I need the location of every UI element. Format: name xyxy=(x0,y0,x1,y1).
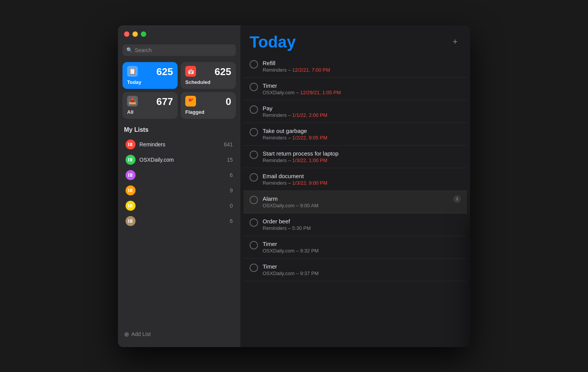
reminder-info-icon[interactable]: ℹ xyxy=(453,195,461,203)
list-icon-4 xyxy=(126,185,136,195)
svg-rect-11 xyxy=(130,161,132,161)
svg-point-12 xyxy=(128,173,129,174)
add-reminder-button[interactable]: + xyxy=(449,36,461,48)
reminder-subtitle: OSXDaily.com – 9:32 PM xyxy=(263,248,461,254)
svg-point-32 xyxy=(128,220,129,221)
scheduled-icon: 📅 xyxy=(185,66,196,77)
svg-point-20 xyxy=(128,190,129,191)
list-item-5[interactable]: 0 xyxy=(122,198,236,213)
reminder-checkbox[interactable] xyxy=(250,151,258,159)
table-row: Pay Reminders – 1/1/22, 2:00 PM xyxy=(243,100,467,123)
table-row: Email document Reminders – 1/3/22, 9:00 … xyxy=(243,168,467,191)
reminder-checkbox[interactable] xyxy=(250,196,258,204)
all-icon: 📥 xyxy=(127,96,138,107)
smart-card-top-flagged: 🚩 0 xyxy=(185,96,231,108)
list-count-4: 9 xyxy=(230,187,233,193)
reminder-title: Pay xyxy=(263,105,461,111)
smart-list-all[interactable]: 📥 677 All xyxy=(122,92,178,119)
reminder-date: 9:00 AM xyxy=(300,203,318,208)
svg-rect-5 xyxy=(130,145,132,146)
reminder-date: 9:37 PM xyxy=(300,270,318,276)
svg-point-10 xyxy=(128,160,129,161)
reminder-date: 1/3/22, 1:00 PM xyxy=(292,157,327,163)
flagged-icon: 🚩 xyxy=(185,96,196,107)
reminder-body: Alarm OSXDaily.com – 9:00 AM xyxy=(263,195,449,208)
reminder-date: 12/2/21, 7:00 PM xyxy=(292,67,330,73)
reminder-date: 5:30 PM xyxy=(292,225,310,231)
svg-point-2 xyxy=(128,144,129,145)
reminder-checkbox[interactable] xyxy=(250,264,258,272)
svg-point-16 xyxy=(128,175,129,177)
search-bar[interactable]: 🔍 Search xyxy=(122,44,236,56)
list-name-osxdaily: OSXDaily.com xyxy=(139,157,223,163)
reminder-subtitle: Reminders – 1/3/22, 1:00 PM xyxy=(263,157,461,163)
reminder-checkbox[interactable] xyxy=(250,241,258,249)
smart-list-today[interactable]: 📋 625 Today xyxy=(122,62,178,89)
fullscreen-button[interactable] xyxy=(141,31,146,37)
reminder-title: Alarm xyxy=(263,195,449,202)
svg-point-26 xyxy=(128,205,129,206)
list-item-4[interactable]: 9 xyxy=(122,183,236,198)
reminder-date: 1/2/22, 9:05 PM xyxy=(292,135,327,141)
svg-point-14 xyxy=(128,174,129,175)
svg-point-8 xyxy=(128,159,129,160)
smart-list-scheduled[interactable]: 📅 625 Scheduled xyxy=(181,62,236,89)
reminder-checkbox[interactable] xyxy=(250,218,258,227)
reminder-checkbox[interactable] xyxy=(250,173,258,182)
my-lists-header: My Lists xyxy=(122,126,236,133)
reminder-title: Email document xyxy=(263,173,461,179)
reminder-subtitle: Reminders – 1/2/22, 9:05 PM xyxy=(263,135,461,141)
page-title: Today xyxy=(250,33,296,51)
reminder-date: 1/3/22, 9:00 PM xyxy=(292,180,327,186)
reminder-checkbox[interactable] xyxy=(250,60,258,69)
reminder-checkbox[interactable] xyxy=(250,128,258,136)
reminder-subtitle: OSXDaily.com – 9:37 PM xyxy=(263,270,461,276)
reminder-body: Timer OSXDaily.com – 9:32 PM xyxy=(263,241,461,254)
list-name-reminders: Reminders xyxy=(139,141,220,147)
app-window: 🔍 Search 📋 625 Today 📅 625 Scheduled xyxy=(118,25,470,347)
add-list-button[interactable]: ⊕ Add List xyxy=(122,328,236,341)
reminder-checkbox[interactable] xyxy=(250,83,258,91)
svg-rect-33 xyxy=(130,221,132,221)
table-row: Timer OSXDaily.com – 12/29/21, 1:05 PM xyxy=(243,78,467,100)
table-row: Timer OSXDaily.com – 9:32 PM xyxy=(243,236,467,259)
reminder-title: Take out garbage xyxy=(263,128,461,134)
svg-rect-17 xyxy=(130,176,132,177)
table-row: Timer OSXDaily.com – 9:37 PM xyxy=(243,259,467,281)
today-count: 625 xyxy=(157,66,173,78)
svg-point-28 xyxy=(128,206,129,207)
reminder-title: Timer xyxy=(263,241,461,247)
svg-point-4 xyxy=(128,145,129,146)
list-item-osxdaily[interactable]: OSXDaily.com 15 xyxy=(122,152,236,167)
list-name-4 xyxy=(139,187,226,193)
list-icon-osxdaily xyxy=(126,155,136,165)
list-count-reminders: 641 xyxy=(224,141,233,147)
flagged-label: Flagged xyxy=(185,109,231,115)
table-row: Take out garbage Reminders – 1/2/22, 9:0… xyxy=(243,123,467,146)
today-label: Today xyxy=(127,79,173,85)
svg-point-30 xyxy=(128,219,129,220)
svg-point-18 xyxy=(128,188,129,190)
svg-rect-29 xyxy=(130,206,132,207)
list-item-6[interactable]: 6 xyxy=(122,214,236,228)
reminder-checkbox[interactable] xyxy=(250,105,258,114)
reminder-subtitle: OSXDaily.com – 12/29/21, 1:05 PM xyxy=(263,90,461,95)
close-button[interactable] xyxy=(124,31,129,37)
minimize-button[interactable] xyxy=(132,31,138,37)
svg-point-0 xyxy=(128,143,129,144)
search-input[interactable]: Search xyxy=(135,47,152,53)
traffic-lights xyxy=(122,31,236,37)
svg-point-34 xyxy=(128,221,129,223)
reminder-body: Pay Reminders – 1/1/22, 2:00 PM xyxy=(263,105,461,118)
svg-rect-21 xyxy=(130,190,132,191)
reminder-list: Refill Reminders – 12/2/21, 7:00 PM Time… xyxy=(240,55,470,347)
svg-rect-25 xyxy=(130,204,132,205)
svg-rect-27 xyxy=(130,205,132,206)
list-item-3[interactable]: 6 xyxy=(122,168,236,182)
reminder-body: Email document Reminders – 1/3/22, 9:00 … xyxy=(263,173,461,186)
search-icon: 🔍 xyxy=(126,47,132,53)
reminder-title: Start return process for laptop xyxy=(263,150,461,157)
smart-list-flagged[interactable]: 🚩 0 Flagged xyxy=(181,92,236,119)
table-row: Order beef Reminders – 5:30 PM xyxy=(243,213,467,236)
list-item-reminders[interactable]: Reminders 641 xyxy=(122,137,236,152)
